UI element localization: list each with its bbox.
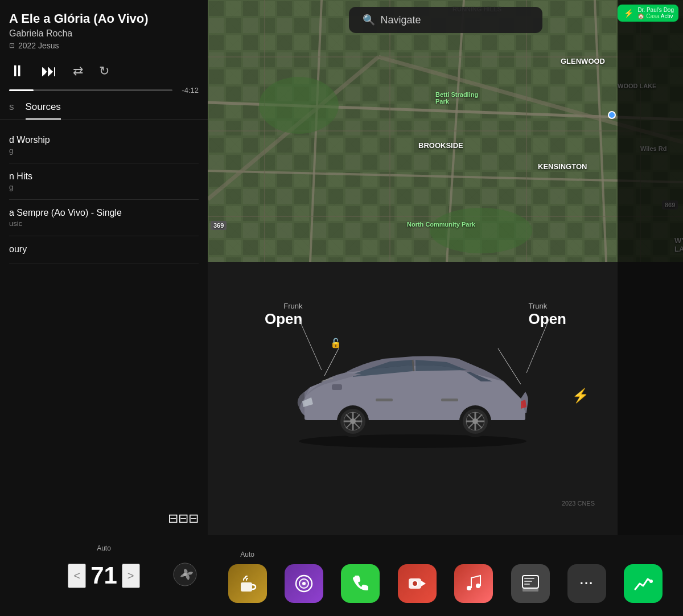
- phone-app-button[interactable]: [341, 564, 380, 603]
- pause-button[interactable]: ⏸: [9, 61, 25, 80]
- climate-app-wrapper: Auto: [228, 548, 267, 603]
- list-item[interactable]: d Worship g: [9, 127, 199, 163]
- climate-app-label: Auto: [240, 551, 254, 558]
- svg-rect-64: [524, 581, 532, 582]
- charging-side-icon: ⚡: [572, 388, 589, 404]
- map-background: 🔍 Navigate RUNNING HILLS GLENWOOD WOOD L…: [208, 0, 683, 262]
- map-search-bar[interactable]: 🔍 Navigate: [349, 7, 542, 33]
- playlist-item-title: a Sempre (Ao Vivo) - Single: [9, 208, 199, 218]
- svg-point-41: [472, 418, 478, 424]
- music-app-icon: [463, 573, 484, 594]
- frunk-label: Frunk: [265, 302, 302, 310]
- charging-text: Dr. Paul's Dog🏠 Casa Activ: [637, 7, 674, 19]
- map-right-overlay: [618, 0, 683, 262]
- temperature-value: 71: [90, 562, 117, 589]
- playlist-item-sub: usic: [9, 219, 199, 228]
- temp-decrease-button[interactable]: <: [68, 564, 86, 588]
- tab-sources[interactable]: Sources: [26, 101, 61, 120]
- svg-rect-63: [524, 578, 534, 579]
- climate-icon[interactable]: [172, 562, 198, 587]
- svg-point-55: [302, 582, 306, 585]
- dashcam-app-button[interactable]: [398, 564, 437, 603]
- map-label-betti-park: Betti StradlingPark: [435, 91, 478, 105]
- svg-rect-44: [441, 399, 458, 401]
- temp-increase-button[interactable]: >: [122, 564, 140, 588]
- svg-text:🔓: 🔓: [330, 338, 342, 348]
- svg-point-60: [476, 584, 480, 588]
- next-button[interactable]: ⏭: [41, 61, 57, 80]
- location-dot: [608, 111, 616, 119]
- song-title: A Ele a Glória (Ao Vivo): [9, 11, 199, 26]
- svg-rect-52: [241, 582, 252, 592]
- climate-app-button[interactable]: [228, 564, 267, 603]
- now-playing-section: A Ele a Glória (Ao Vivo) Gabriela Rocha …: [0, 0, 208, 56]
- music-app-button[interactable]: [454, 564, 493, 603]
- car-status-panel: Frunk Open Trunk Open: [208, 262, 618, 535]
- album-icon: ⊡: [9, 42, 15, 50]
- map-label-route-369: 369: [211, 221, 227, 230]
- tab-songs[interactable]: s: [9, 101, 14, 120]
- playlist-item-title: oury: [9, 244, 199, 254]
- svg-point-51: [183, 573, 187, 576]
- progress-track[interactable]: [9, 89, 172, 91]
- playlist-item-title: n Hits: [9, 171, 199, 182]
- svg-point-21: [259, 77, 339, 134]
- playback-controls: ⏸ ⏭ ⇄ ↻: [0, 56, 208, 86]
- svg-line-46: [498, 348, 521, 384]
- trunk-label: Trunk: [529, 302, 566, 310]
- cnes-credit: 2023 CNES: [562, 500, 595, 507]
- svg-line-45: [324, 348, 339, 376]
- browser-app-icon: [520, 573, 541, 594]
- map-label-glenwood: GLENWOOD: [561, 57, 605, 65]
- stats-app-wrapper: [624, 548, 663, 603]
- shuffle-button[interactable]: ⇄: [73, 64, 83, 79]
- car-svg-container: 🔓: [270, 325, 555, 452]
- map-label-kensington: KENSINGTON: [538, 162, 587, 171]
- equalizer-button[interactable]: ⊟⊟⊟: [168, 511, 199, 526]
- stats-app-button[interactable]: [624, 564, 663, 603]
- playlist-item-sub: g: [9, 146, 199, 155]
- more-app-wrapper: ···: [567, 548, 606, 603]
- charging-icon: ⚡: [622, 8, 635, 18]
- svg-rect-65: [524, 584, 530, 585]
- music-panel: A Ele a Glória (Ao Vivo) Gabriela Rocha …: [0, 0, 208, 535]
- playlist-item-title: d Worship: [9, 135, 199, 145]
- stats-app-icon: [633, 573, 653, 594]
- progress-bar: -4:12: [0, 86, 208, 95]
- artist-name: Gabriela Rocha: [9, 28, 199, 39]
- svg-line-25: [413, 360, 414, 371]
- left-temp-label: Auto: [97, 544, 111, 552]
- list-item[interactable]: a Sempre (Ao Vivo) - Single usic: [9, 200, 199, 236]
- list-item[interactable]: n Hits g: [9, 163, 199, 200]
- camera-app-wrapper: [285, 548, 323, 603]
- phone-app-wrapper: [341, 548, 380, 603]
- svg-rect-62: [522, 588, 538, 592]
- svg-point-59: [467, 586, 471, 590]
- svg-point-66: [649, 580, 653, 583]
- repeat-button[interactable]: ↻: [99, 64, 109, 79]
- climate-icon-wrapper: [172, 562, 198, 589]
- dashcam-app-wrapper: [398, 548, 437, 603]
- camera-app-icon: [293, 573, 315, 594]
- camera-app-button[interactable]: [285, 564, 323, 603]
- map-view[interactable]: 🔍 Navigate RUNNING HILLS GLENWOOD WOOD L…: [208, 0, 683, 262]
- map-label-brookside: BROOKSIDE: [418, 141, 463, 150]
- svg-rect-42: [332, 384, 342, 390]
- taskbar-apps: Auto: [208, 535, 683, 616]
- progress-fill: [9, 89, 34, 91]
- svg-rect-43: [376, 399, 393, 401]
- search-placeholder: Navigate: [381, 14, 421, 26]
- svg-point-57: [412, 581, 418, 586]
- more-app-button[interactable]: ···: [567, 564, 606, 603]
- browser-app-wrapper: [511, 548, 550, 603]
- car-svg: 🔓: [270, 325, 555, 450]
- playlist-area: d Worship g n Hits g a Sempre (Ao Vivo) …: [0, 120, 208, 535]
- svg-point-24: [299, 434, 526, 448]
- right-side-panel: [618, 262, 683, 535]
- dashcam-app-icon: [406, 573, 428, 594]
- phone-app-icon: [350, 573, 371, 594]
- browser-app-button[interactable]: [511, 564, 550, 603]
- list-item[interactable]: oury: [9, 236, 199, 264]
- playlist-item-sub: g: [9, 183, 199, 191]
- climate-app-icon: [236, 572, 259, 595]
